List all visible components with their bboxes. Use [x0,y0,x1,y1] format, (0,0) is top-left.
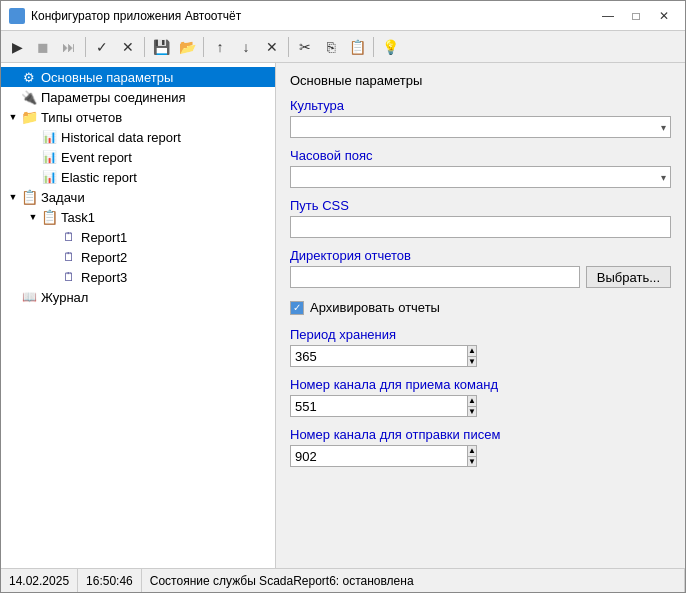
tree-item-report3[interactable]: 🗒 Report3 [1,267,275,287]
expander-report-types: ▼ [5,109,21,125]
timezone-field-group: Часовой пояс ▾ [290,148,671,188]
expander-historical-report [25,129,41,145]
save-button[interactable]: 💾 [149,35,173,59]
culture-arrow-icon: ▾ [661,122,666,133]
stop-button[interactable]: ◼ [31,35,55,59]
tree-label-journal: Журнал [41,290,88,305]
play-button[interactable]: ▶ [5,35,29,59]
open-button[interactable]: 📂 [175,35,199,59]
tree-item-report1[interactable]: 🗒 Report1 [1,227,275,247]
paste-button[interactable]: 📋 [345,35,369,59]
move-down-button[interactable]: ↓ [234,35,258,59]
browse-button[interactable]: Выбрать... [586,266,671,288]
folder-icon: 📁 [21,109,37,125]
title-bar-controls: — □ ✕ [595,5,677,27]
tree-label-task1: Task1 [61,210,95,225]
expander-report3 [45,269,61,285]
minimize-button[interactable]: — [595,5,621,27]
tree-item-task1[interactable]: ▼ 📋 Task1 [1,207,275,227]
tree-label-tasks: Задачи [41,190,85,205]
tree-label-connection-params: Параметры соединения [41,90,185,105]
retention-label: Период хранения [290,327,671,342]
receive-channel-increment-button[interactable]: ▲ [468,396,476,406]
expander-task1: ▼ [25,209,41,225]
receive-channel-field-group: Номер канала для приема команд ▲ ▼ [290,377,671,417]
delete-button[interactable]: ✕ [260,35,284,59]
tree-item-elastic-report[interactable]: 📊 Elastic report [1,167,275,187]
copy-button[interactable]: ⎘ [319,35,343,59]
tree-label-report-types: Типы отчетов [41,110,122,125]
tree-item-journal[interactable]: 📖 Журнал [1,287,275,307]
send-channel-decrement-button[interactable]: ▼ [468,456,476,467]
move-up-button[interactable]: ↑ [208,35,232,59]
tree-item-historical-report[interactable]: 📊 Historical data report [1,127,275,147]
toolbar-sep-3 [203,37,204,57]
tree-item-report2[interactable]: 🗒 Report2 [1,247,275,267]
reports-dir-label: Директория отчетов [290,248,671,263]
retention-spinner-buttons: ▲ ▼ [467,345,477,367]
archive-checkbox[interactable]: ✓ [290,301,304,315]
timezone-select[interactable]: ▾ [290,166,671,188]
cancel-button[interactable]: ✕ [116,35,140,59]
css-path-label: Путь CSS [290,198,671,213]
file-icon-report3: 🗒 [61,269,77,285]
main-window: Конфигуратор приложения Автоотчёт — □ ✕ … [0,0,686,593]
receive-channel-label: Номер канала для приема команд [290,377,671,392]
tree-item-basic-params[interactable]: ⚙ Основные параметры [1,67,275,87]
reports-dir-input[interactable] [290,266,580,288]
gear-icon: ⚙ [21,69,37,85]
expander-tasks: ▼ [5,189,21,205]
culture-select[interactable]: ▾ [290,116,671,138]
retention-spinner: ▲ ▼ [290,345,370,367]
info-button[interactable]: 💡 [378,35,402,59]
css-path-field-group: Путь CSS [290,198,671,238]
app-icon [9,8,25,24]
retention-increment-button[interactable]: ▲ [468,346,476,356]
archive-label: Архивировать отчеты [310,300,440,315]
status-date: 14.02.2025 [1,569,78,592]
tree-panel: ⚙ Основные параметры 🔌 Параметры соедине… [1,63,276,568]
receive-channel-decrement-button[interactable]: ▼ [468,406,476,417]
step-button[interactable]: ⏭ [57,35,81,59]
retention-input[interactable] [290,345,467,367]
tree-label-historical-report: Historical data report [61,130,181,145]
tree-label-basic-params: Основные параметры [41,70,173,85]
culture-label: Культура [290,98,671,113]
report-icon-event: 📊 [41,149,57,165]
receive-channel-input[interactable] [290,395,467,417]
retention-decrement-button[interactable]: ▼ [468,356,476,367]
timezone-label: Часовой пояс [290,148,671,163]
toolbar-sep-1 [85,37,86,57]
send-channel-input[interactable] [290,445,467,467]
maximize-button[interactable]: □ [623,5,649,27]
tree-item-event-report[interactable]: 📊 Event report [1,147,275,167]
tree-label-elastic-report: Elastic report [61,170,137,185]
css-path-input[interactable] [290,216,671,238]
send-channel-increment-button[interactable]: ▲ [468,446,476,456]
tree-label-event-report: Event report [61,150,132,165]
expander-connection-params [5,89,21,105]
tree-label-report2: Report2 [81,250,127,265]
task-icon: 📋 [21,189,37,205]
file-icon-report1: 🗒 [61,229,77,245]
check-button[interactable]: ✓ [90,35,114,59]
toolbar-sep-2 [144,37,145,57]
tree-item-tasks[interactable]: ▼ 📋 Задачи [1,187,275,207]
expander-event-report [25,149,41,165]
archive-checkbox-row: ✓ Архивировать отчеты [290,298,671,317]
close-button[interactable]: ✕ [651,5,677,27]
status-bar: 14.02.2025 16:50:46 Состояние службы Sca… [1,568,685,592]
tree-label-report1: Report1 [81,230,127,245]
file-icon-report2: 🗒 [61,249,77,265]
window-title: Конфигуратор приложения Автоотчёт [31,9,595,23]
receive-channel-spinner-buttons: ▲ ▼ [467,395,477,417]
panel-title: Основные параметры [290,73,671,88]
tree-item-report-types[interactable]: ▼ 📁 Типы отчетов [1,107,275,127]
report-icon-elastic: 📊 [41,169,57,185]
retention-field-group: Период хранения ▲ ▼ [290,327,671,367]
tree-item-connection-params[interactable]: 🔌 Параметры соединения [1,87,275,107]
toolbar-sep-5 [373,37,374,57]
cut-button[interactable]: ✂ [293,35,317,59]
toolbar-sep-4 [288,37,289,57]
send-channel-label: Номер канала для отправки писем [290,427,671,442]
